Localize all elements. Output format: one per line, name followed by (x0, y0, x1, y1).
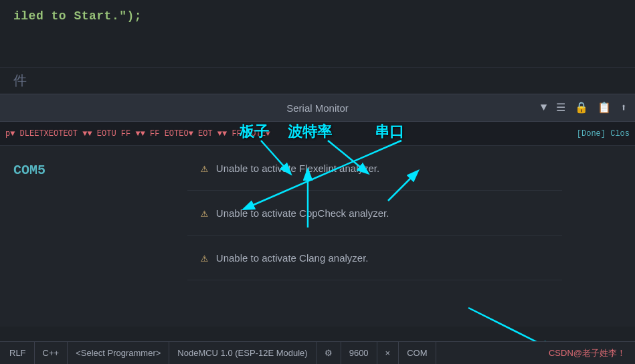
status-rlf: RLF (9, 342, 35, 364)
lock-icon[interactable]: 🔒 (575, 101, 588, 114)
code-area: iled to Start."); (0, 0, 635, 67)
file-label-area: 件 (0, 67, 635, 94)
expand-icon[interactable]: ⬆ (620, 101, 627, 114)
warnings-panel: ⚠ Unable to activate Flexelint analyzer.… (187, 146, 562, 280)
status-cpp: C++ (35, 342, 68, 364)
status-connection-icon: ⚙ (316, 342, 341, 364)
serial-monitor-title: Serial Monitor (286, 102, 349, 114)
status-com-prefix: COM (399, 342, 436, 364)
status-board: NodeMCU 1.0 (ESP-12E Module) (169, 342, 316, 364)
list-icon[interactable]: ☰ (556, 101, 565, 114)
status-bar: RLF C++ <Select Programmer> NodeMCU 1.0 … (0, 341, 635, 364)
status-baud[interactable]: 9600 (341, 342, 377, 364)
serial-toolbar: Serial Monitor ▼ ☰ 🔒 📋 ⬆ (0, 94, 635, 122)
status-close[interactable]: × (377, 342, 399, 364)
warning-item-cppcheck: ⚠ Unable to activate CppCheck analyzer. (187, 191, 562, 236)
copy-icon[interactable]: 📋 (598, 101, 611, 114)
warning-text-3: Unable to activate Clang analyzer. (216, 252, 369, 264)
serial-toolbar-right: ▼ ☰ 🔒 📋 ⬆ (541, 101, 627, 114)
warning-icon-2: ⚠ (201, 205, 208, 220)
file-label: 件 (13, 72, 27, 90)
done-text: [Done] Clos (577, 129, 630, 139)
warning-text-2: Unable to activate CppCheck analyzer. (216, 207, 389, 219)
hex-content: p▼ DLEETXEOTEOT ▼▼ EOTU FF ▼▼ FF EOTEO▼ … (5, 129, 577, 139)
com-area: COM5 ⚠ Unable to activate Flexelint anal… (0, 146, 635, 327)
warning-icon-3: ⚠ (201, 250, 208, 265)
dropdown-icon[interactable]: ▼ (541, 102, 547, 114)
status-right: CSDN@老子姓李！ (549, 347, 626, 359)
hex-data-row: p▼ DLEETXEOTEOT ▼▼ EOTU FF ▼▼ FF EOTEO▼ … (0, 122, 635, 146)
status-programmer[interactable]: <Select Programmer> (68, 342, 169, 364)
warning-icon-1: ⚠ (201, 161, 208, 175)
com-label: COM5 (13, 159, 46, 178)
warning-text-1: Unable to activate Flexelint analyzer. (216, 163, 379, 174)
code-line: iled to Start."); (13, 9, 142, 23)
warning-item-flexelint: ⚠ Unable to activate Flexelint analyzer. (187, 146, 562, 191)
warning-item-clang: ⚠ Unable to activate Clang analyzer. (187, 236, 562, 280)
watermark-text: CSDN@老子姓李！ (549, 347, 626, 359)
